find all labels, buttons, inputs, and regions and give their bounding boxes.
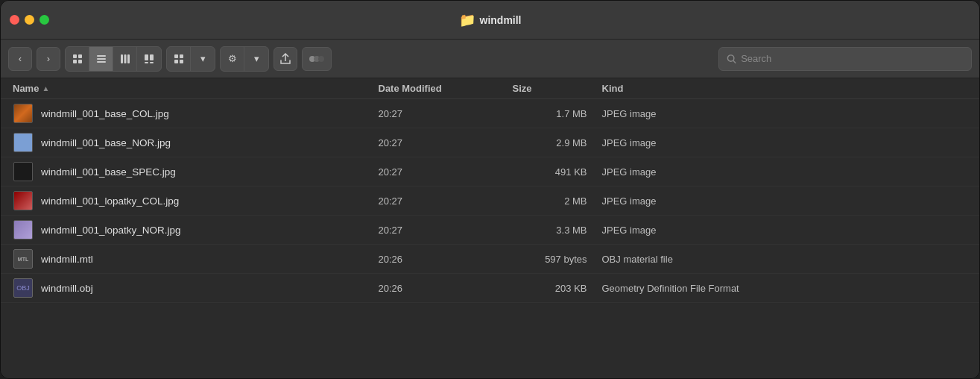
file-name: windmill_001_base_COL.jpg	[41, 108, 169, 119]
file-size: 597 bytes	[513, 254, 602, 265]
table-row[interactable]: windmill_001_base_COL.jpg 20:27 1.7 MB J…	[1, 99, 979, 128]
svg-rect-14	[174, 54, 178, 58]
table-row[interactable]: MTL windmill.mtl 20:26 597 bytes OBJ mat…	[1, 245, 979, 274]
name-column-header[interactable]: Name ▲	[13, 83, 379, 94]
file-name: windmill_001_base_NOR.jpg	[41, 137, 171, 148]
file-kind: JPEG image	[602, 195, 968, 207]
share-button[interactable]	[274, 47, 297, 71]
svg-rect-12	[145, 62, 148, 63]
column-view-button[interactable]	[113, 47, 137, 71]
svg-rect-15	[180, 54, 183, 58]
svg-rect-1	[78, 54, 82, 58]
file-name-cell: windmill_001_base_SPEC.jpg	[13, 161, 379, 182]
svg-rect-5	[97, 58, 106, 60]
svg-rect-8	[124, 54, 126, 63]
icon-view-button[interactable]	[66, 47, 89, 71]
file-size: 2 MB	[513, 195, 602, 207]
svg-rect-4	[97, 55, 106, 57]
back-button[interactable]: ‹	[8, 47, 32, 71]
forward-button[interactable]: ›	[37, 47, 60, 71]
file-name: windmill_001_lopatky_NOR.jpg	[41, 225, 181, 236]
back-icon: ‹	[19, 53, 22, 64]
svg-rect-10	[145, 54, 148, 60]
traffic-lights	[10, 15, 49, 25]
settings-button[interactable]: ⚙	[221, 47, 244, 71]
svg-rect-17	[180, 60, 183, 63]
file-thumbnail	[13, 103, 34, 124]
search-box[interactable]	[718, 47, 972, 71]
file-name-cell: OBJ windmill.obj	[13, 278, 379, 298]
finder-window: 📁 windmill ‹ ›	[0, 0, 980, 379]
group-view-button[interactable]	[167, 47, 191, 71]
table-row[interactable]: windmill_001_lopatky_COL.jpg 20:27 2 MB …	[1, 187, 979, 216]
file-name-cell: windmill_001_base_COL.jpg	[13, 103, 379, 124]
file-thumbnail: OBJ	[13, 278, 34, 298]
svg-rect-9	[127, 54, 130, 63]
close-button[interactable]	[10, 15, 19, 25]
titlebar: 📁 windmill	[1, 1, 979, 40]
size-column-header[interactable]: Size	[513, 83, 602, 94]
file-date: 20:27	[379, 166, 513, 178]
svg-line-22	[733, 60, 736, 63]
svg-rect-16	[174, 60, 178, 63]
kind-column-header[interactable]: Kind	[602, 83, 968, 94]
file-kind: JPEG image	[602, 166, 968, 178]
file-date: 20:27	[379, 195, 513, 207]
file-thumbnail	[13, 219, 34, 240]
file-kind: OBJ material file	[602, 254, 968, 265]
file-date: 20:27	[379, 225, 513, 236]
file-name-cell: MTL windmill.mtl	[13, 248, 379, 269]
list-header: Name ▲ Date Modified Size Kind	[1, 78, 979, 99]
file-name-cell: windmill_001_lopatky_COL.jpg	[13, 190, 379, 211]
gallery-view-button[interactable]	[137, 47, 161, 71]
file-date: 20:27	[379, 137, 513, 148]
svg-rect-2	[73, 60, 77, 63]
group-view-switcher: ▾	[166, 46, 215, 72]
file-name: windmill.obj	[41, 283, 93, 294]
window-title: 📁 windmill	[459, 12, 522, 28]
file-size: 2.9 MB	[513, 137, 602, 148]
settings-chevron-button[interactable]: ▾	[244, 47, 268, 71]
file-date: 20:26	[379, 283, 513, 294]
file-name-cell: windmill_001_lopatky_NOR.jpg	[13, 219, 379, 240]
svg-point-21	[727, 54, 733, 60]
tag-button[interactable]	[302, 47, 332, 71]
maximize-button[interactable]	[39, 15, 49, 25]
chevron-down-icon-settings: ▾	[254, 53, 259, 64]
svg-rect-6	[97, 61, 106, 63]
settings-group: ⚙ ▾	[220, 46, 269, 72]
toolbar: ‹ ›	[1, 40, 979, 78]
file-name: windmill.mtl	[41, 254, 93, 265]
list-view-button[interactable]	[89, 47, 113, 71]
table-row[interactable]: windmill_001_base_NOR.jpg 20:27 2.9 MB J…	[1, 128, 979, 157]
file-date: 20:27	[379, 108, 513, 119]
file-list: Name ▲ Date Modified Size Kind windmill_…	[1, 78, 979, 378]
svg-rect-7	[121, 54, 123, 63]
file-size: 3.3 MB	[513, 225, 602, 236]
svg-rect-3	[78, 60, 82, 63]
table-row[interactable]: windmill_001_base_SPEC.jpg 20:27 491 KB …	[1, 157, 979, 187]
svg-rect-0	[73, 54, 77, 58]
gear-icon: ⚙	[228, 53, 237, 64]
table-row[interactable]: windmill_001_lopatky_NOR.jpg 20:27 3.3 M…	[1, 216, 979, 245]
svg-rect-11	[150, 54, 154, 60]
file-thumbnail	[13, 190, 34, 211]
file-kind: Geometry Definition File Format	[602, 283, 968, 294]
search-input[interactable]	[741, 53, 964, 64]
file-kind: JPEG image	[602, 225, 968, 236]
chevron-down-icon: ▾	[200, 53, 206, 64]
file-rows-container: windmill_001_base_COL.jpg 20:27 1.7 MB J…	[1, 99, 979, 303]
minimize-button[interactable]	[25, 15, 34, 25]
forward-icon: ›	[47, 53, 50, 64]
svg-point-20	[318, 56, 324, 62]
table-row[interactable]: OBJ windmill.obj 20:26 203 KB Geometry D…	[1, 274, 979, 303]
file-name: windmill_001_base_SPEC.jpg	[41, 166, 176, 178]
file-size: 1.7 MB	[513, 108, 602, 119]
group-chevron-button[interactable]: ▾	[191, 47, 215, 71]
folder-icon: 📁	[459, 12, 475, 28]
file-thumbnail	[13, 161, 34, 182]
date-column-header[interactable]: Date Modified	[379, 83, 513, 94]
file-name: windmill_001_lopatky_COL.jpg	[41, 195, 179, 207]
search-icon	[727, 54, 736, 64]
file-thumbnail: MTL	[13, 248, 34, 269]
